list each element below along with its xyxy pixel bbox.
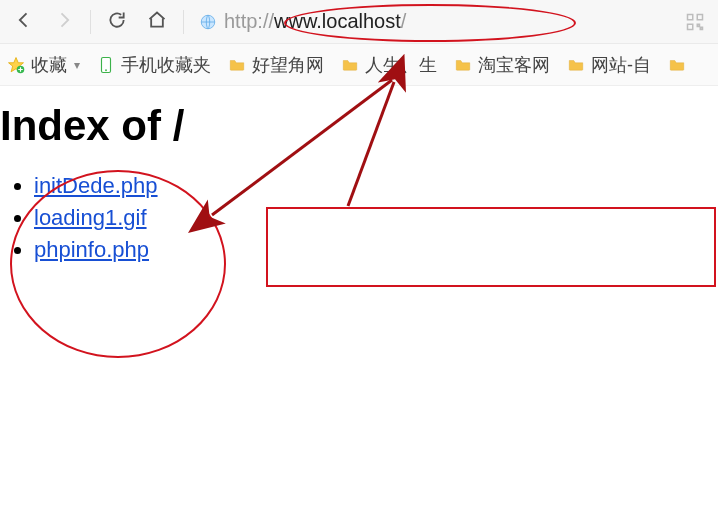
svg-rect-5 — [700, 27, 702, 29]
list-item: initDede.php — [34, 170, 718, 202]
chevron-left-icon — [14, 10, 34, 34]
url-prefix: http:// — [224, 10, 274, 32]
svg-rect-4 — [697, 24, 699, 26]
file-link[interactable]: phpinfo.php — [34, 237, 149, 262]
globe-icon — [198, 12, 218, 32]
svg-point-9 — [105, 69, 107, 71]
url-suffix: / — [401, 10, 407, 32]
bookmark-item[interactable]: 好望角网 — [227, 53, 324, 77]
mobile-icon — [96, 55, 116, 75]
folder-icon — [453, 55, 473, 75]
bookmark-item[interactable]: 淘宝客网 — [453, 53, 550, 77]
page-content: Index of / initDede.php loading1.gif php… — [0, 86, 718, 266]
back-button[interactable] — [4, 2, 44, 42]
star-add-icon — [6, 55, 26, 75]
bookmarks-fav[interactable]: 收藏 ▾ — [6, 53, 80, 77]
bookmark-label: 好望角网 — [252, 53, 324, 77]
folder-icon — [340, 55, 360, 75]
toolbar-right — [670, 13, 714, 31]
file-list: initDede.php loading1.gif phpinfo.php — [34, 170, 718, 266]
file-link[interactable]: initDede.php — [34, 173, 158, 198]
folder-icon — [566, 55, 586, 75]
chevron-right-icon — [54, 10, 74, 34]
toolbar-separator — [183, 10, 184, 34]
browser-toolbar: http://www.localhost/ — [0, 0, 718, 44]
bookmarks-fav-label: 收藏 — [31, 53, 67, 77]
list-item: phpinfo.php — [34, 234, 718, 266]
bookmarks-bar: 收藏 ▾ 手机收藏夹 好望角网 人生、生 淘宝客网 网站-自 — [0, 44, 718, 86]
reload-button[interactable] — [97, 2, 137, 42]
svg-rect-1 — [688, 14, 693, 19]
file-link[interactable]: loading1.gif — [34, 205, 147, 230]
address-bar[interactable]: http://www.localhost/ — [190, 5, 670, 39]
bookmark-item-overflow[interactable] — [667, 55, 687, 75]
folder-icon — [667, 55, 687, 75]
bookmark-label: 手机收藏夹 — [121, 53, 211, 77]
bookmark-item[interactable]: 网站-自 — [566, 53, 651, 77]
dropdown-caret-icon: ▾ — [74, 58, 80, 72]
page-title: Index of / — [0, 102, 718, 150]
reload-icon — [107, 10, 127, 34]
url-text: http://www.localhost/ — [224, 10, 406, 33]
forward-button[interactable] — [44, 2, 84, 42]
toolbar-separator — [90, 10, 91, 34]
home-icon — [147, 10, 167, 34]
url-host: www.localhost — [274, 10, 401, 32]
bookmark-label: 淘宝客网 — [478, 53, 550, 77]
list-item: loading1.gif — [34, 202, 718, 234]
folder-icon — [227, 55, 247, 75]
bookmark-label: 人生、生 — [365, 53, 437, 77]
bookmark-item[interactable]: 人生、生 — [340, 53, 437, 77]
bookmark-item-mobile[interactable]: 手机收藏夹 — [96, 53, 211, 77]
bookmark-label: 网站-自 — [591, 53, 651, 77]
svg-rect-2 — [697, 14, 702, 19]
home-button[interactable] — [137, 2, 177, 42]
qr-icon[interactable] — [686, 13, 704, 31]
svg-rect-3 — [688, 24, 693, 29]
